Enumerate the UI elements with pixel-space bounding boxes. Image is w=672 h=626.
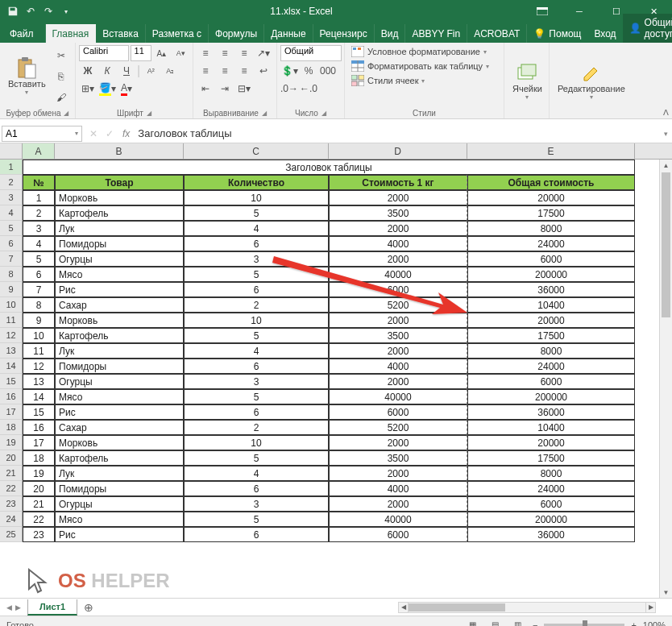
cell[interactable]: 2000 xyxy=(329,251,467,267)
merge-icon[interactable]: ⊟▾ xyxy=(235,81,253,97)
row-header[interactable]: 6 xyxy=(0,236,23,251)
wrap-text-icon[interactable]: ↩ xyxy=(255,63,272,79)
formula-input[interactable]: Заголовок таблицы xyxy=(135,127,659,139)
cell[interactable]: 17500 xyxy=(467,205,635,221)
hscroll-thumb[interactable] xyxy=(409,603,505,611)
cell[interactable]: 200000 xyxy=(467,389,635,404)
superscript-icon[interactable]: A² xyxy=(142,63,160,79)
cell[interactable]: 36000 xyxy=(467,527,635,542)
cell[interactable]: 2000 xyxy=(329,313,467,328)
cell[interactable]: 6000 xyxy=(467,374,635,389)
cell[interactable]: 17500 xyxy=(467,450,635,466)
cell-styles-button[interactable]: Стили ячеек▾ xyxy=(348,74,500,87)
row-header[interactable]: 10 xyxy=(0,297,23,313)
align-right-icon[interactable]: ≡ xyxy=(235,63,253,79)
tab-рецензирс[interactable]: Рецензирс xyxy=(313,24,375,43)
cell[interactable]: Помидоры xyxy=(55,359,184,374)
row-header[interactable]: 13 xyxy=(0,343,23,359)
cell[interactable]: 40000 xyxy=(329,389,467,404)
format-as-table-button[interactable]: Форматировать как таблицу▾ xyxy=(348,60,500,73)
row-header[interactable]: 21 xyxy=(0,466,23,481)
cell[interactable]: 9 xyxy=(23,313,55,328)
cell[interactable]: 2 xyxy=(184,297,329,313)
cell[interactable]: 11 xyxy=(23,343,55,359)
cell[interactable]: Картофель xyxy=(55,450,184,466)
cell[interactable]: Мясо xyxy=(55,512,184,527)
tab-вид[interactable]: Вид xyxy=(375,24,406,43)
decrease-indent-icon[interactable]: ⇤ xyxy=(197,81,214,97)
cell[interactable]: 6 xyxy=(23,267,55,282)
cell[interactable]: 4000 xyxy=(329,481,467,496)
tab-главная[interactable]: Главная xyxy=(46,24,97,43)
increase-indent-icon[interactable]: ⇥ xyxy=(216,81,234,97)
fill-color-icon[interactable]: 🪣▾ xyxy=(98,81,116,97)
scroll-right-icon[interactable]: ▶ xyxy=(645,603,655,612)
currency-icon[interactable]: 💲▾ xyxy=(280,63,298,79)
cell[interactable]: 19 xyxy=(23,466,55,481)
cell[interactable]: Помидоры xyxy=(55,236,184,251)
zoom-level[interactable]: 100% xyxy=(643,620,666,627)
cell[interactable]: 200000 xyxy=(467,267,635,282)
row-header[interactable]: 20 xyxy=(0,450,23,466)
cell[interactable]: Товар xyxy=(55,175,184,190)
cell[interactable]: 24000 xyxy=(467,359,635,374)
page-layout-view-icon[interactable]: ▤ xyxy=(487,619,504,627)
collapse-ribbon-icon[interactable]: ᐱ xyxy=(663,108,669,117)
cell[interactable]: Количество xyxy=(184,175,329,190)
cell[interactable]: 10 xyxy=(184,190,329,205)
font-name-select[interactable]: Calibri xyxy=(79,45,129,61)
cell[interactable]: 6000 xyxy=(329,404,467,420)
tab-acrobat[interactable]: ACROBAT xyxy=(467,24,527,43)
enter-icon[interactable]: ✓ xyxy=(102,128,118,139)
align-bottom-icon[interactable]: ≡ xyxy=(235,45,253,61)
cell[interactable]: 6 xyxy=(184,404,329,420)
normal-view-icon[interactable]: ▦ xyxy=(465,619,481,627)
cell[interactable]: 13 xyxy=(23,374,55,389)
scroll-left-icon[interactable]: ◀ xyxy=(399,603,409,612)
vertical-scrollbar[interactable]: ▲ ▼ xyxy=(659,160,672,598)
cell[interactable]: 20 xyxy=(23,481,55,496)
align-left-icon[interactable]: ≡ xyxy=(197,63,214,79)
cell[interactable]: 2000 xyxy=(329,343,467,359)
cell[interactable]: Помидоры xyxy=(55,481,184,496)
cell[interactable]: Сахар xyxy=(55,297,184,313)
cell[interactable]: 5 xyxy=(23,251,55,267)
subscript-icon[interactable]: A₂ xyxy=(161,63,179,79)
cell[interactable]: 10400 xyxy=(467,420,635,435)
cell[interactable]: 2 xyxy=(23,205,55,221)
italic-button[interactable]: К xyxy=(98,63,116,79)
cell[interactable]: 40000 xyxy=(329,512,467,527)
row-header[interactable]: 23 xyxy=(0,496,23,512)
row-header[interactable]: 9 xyxy=(0,282,23,297)
cell[interactable]: 15 xyxy=(23,404,55,420)
cell[interactable]: Рис xyxy=(55,282,184,297)
editing-button[interactable]: Редактирование ▾ xyxy=(553,45,630,116)
cell[interactable]: 8 xyxy=(23,297,55,313)
cell[interactable]: 5 xyxy=(184,205,329,221)
fx-icon[interactable]: fx xyxy=(118,128,135,139)
cell[interactable]: Стоимость 1 кг xyxy=(329,175,467,190)
cell[interactable]: Огурцы xyxy=(55,251,184,267)
cell[interactable]: 7 xyxy=(23,282,55,297)
cell[interactable]: 23 xyxy=(23,527,55,542)
cell[interactable]: 6000 xyxy=(467,496,635,512)
column-header-C[interactable]: C xyxy=(184,143,329,159)
cell[interactable]: 2 xyxy=(184,420,329,435)
cell[interactable]: Рис xyxy=(55,404,184,420)
redo-icon[interactable]: ↷ xyxy=(42,5,55,18)
cell[interactable]: 3 xyxy=(184,374,329,389)
border-icon[interactable]: ⊞▾ xyxy=(79,81,97,97)
decrease-font-icon[interactable]: A▾ xyxy=(172,45,189,61)
cell[interactable]: 3 xyxy=(184,496,329,512)
cell[interactable]: 24000 xyxy=(467,236,635,251)
cell[interactable]: № xyxy=(23,175,55,190)
row-header[interactable]: 8 xyxy=(0,267,23,282)
minimize-button[interactable]: ─ xyxy=(561,0,598,23)
scroll-up-icon[interactable]: ▲ xyxy=(660,160,672,171)
tab-данные[interactable]: Данные xyxy=(264,24,313,43)
save-icon[interactable] xyxy=(6,5,19,18)
scroll-down-icon[interactable]: ▼ xyxy=(660,587,672,598)
cell[interactable]: 10 xyxy=(23,328,55,343)
cell[interactable]: 5 xyxy=(184,267,329,282)
cell[interactable]: 36000 xyxy=(467,282,635,297)
